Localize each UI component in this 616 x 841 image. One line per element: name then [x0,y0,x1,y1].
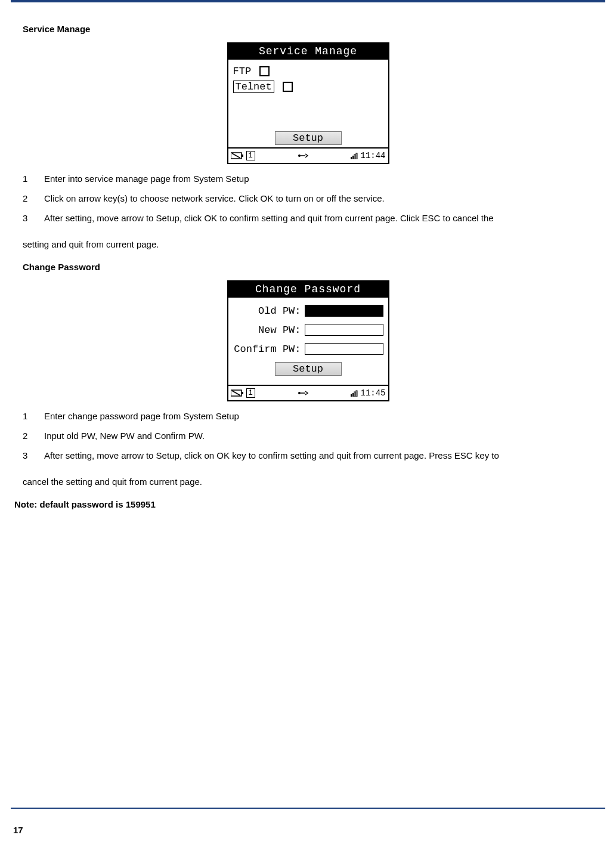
lcd-body: Old PW:New PW:Confirm PW: Setup [228,298,388,385]
svg-rect-6 [352,156,354,159]
clock-time: 11:44 [360,151,385,160]
content: Service Manage Service Manage FTPTelnet … [0,24,616,509]
page: Service Manage Service Manage FTPTelnet … [0,0,616,841]
svg-point-3 [298,154,301,157]
battery-index: 1 [246,151,255,160]
step-number: 3 [23,447,31,465]
service-row[interactable]: Telnet [233,79,383,94]
list-item: 3After setting, move arrow to Setup, cli… [23,447,593,465]
svg-rect-5 [351,157,352,159]
signal-icon [351,152,358,159]
step-text: Enter into service manage page from Syst… [44,170,593,188]
service-row[interactable]: FTP [233,63,383,79]
step-number: 1 [23,170,31,188]
battery-index: 1 [246,388,255,398]
password-row: Old PW: [233,301,383,320]
step-text: Click on arrow key(s) to choose network … [44,190,593,208]
password-field[interactable] [305,343,383,355]
top-divider [11,0,605,2]
step-text: After setting, move arrow to Setup, clic… [44,447,593,465]
field-label: Confirm PW: [234,344,301,355]
section1-steps: 1Enter into service manage page from Sys… [23,170,593,227]
setup-button[interactable]: Setup [275,362,342,376]
section1-heading: Service Manage [23,24,593,34]
link-icon [297,390,309,396]
service-label: Telnet [233,81,274,93]
signal-icon [351,389,358,397]
step-number: 2 [23,427,31,445]
setup-button[interactable]: Setup [275,131,342,145]
svg-rect-17 [356,391,357,397]
service-manage-screenshot: Service Manage FTPTelnet Setup 1 [23,42,593,164]
section2-steps: 1Enter change password page from System … [23,407,593,465]
list-item: 1Enter into service manage page from Sys… [23,170,593,188]
change-password-screenshot: Change Password Old PW:New PW:Confirm PW… [23,280,593,401]
password-row: Confirm PW: [233,339,383,358]
lcd-body: FTPTelnet Setup [228,60,388,147]
svg-rect-16 [354,392,355,397]
page-number: 17 [13,825,23,835]
default-password-note: Note: default password is 159951 [14,499,593,509]
section2-trail: cancel the setting and quit from current… [23,473,593,491]
password-field[interactable] [305,324,383,336]
battery-icon [231,152,244,159]
list-item: 3After setting, move arrow to Setup, cli… [23,209,593,227]
svg-rect-10 [242,392,243,394]
lcd-title: Service Manage [228,44,388,60]
lcd-status-bar: 1 11:44 [228,147,388,163]
clock-time: 11:45 [360,388,385,398]
svg-rect-7 [354,154,355,159]
lcd-change-password: Change Password Old PW:New PW:Confirm PW… [227,280,389,401]
lcd-status-bar: 1 11:45 [228,385,388,400]
battery-icon [231,389,244,397]
step-text: After setting, move arrow to Setup, clic… [44,209,593,227]
lcd-service-manage: Service Manage FTPTelnet Setup 1 [227,42,389,164]
checkbox[interactable] [259,66,270,76]
step-number: 3 [23,209,31,227]
step-number: 1 [23,407,31,425]
section2-heading: Change Password [23,262,593,272]
field-label: Old PW: [258,305,301,317]
svg-rect-1 [242,154,243,157]
section1-trail: setting and quit from current page. [23,236,593,253]
step-text: Enter change password page from System S… [44,407,593,425]
step-text: Input old PW, New PW and Confirm PW. [44,427,593,445]
list-item: 1Enter change password page from System … [23,407,593,425]
svg-line-2 [232,153,240,158]
link-icon [297,153,309,159]
svg-line-11 [232,391,240,395]
field-label: New PW: [258,324,301,336]
lcd-title: Change Password [228,282,388,298]
password-row: New PW: [233,320,383,339]
list-item: 2Input old PW, New PW and Confirm PW. [23,427,593,445]
svg-rect-8 [356,153,357,159]
svg-rect-14 [351,394,352,397]
checkbox[interactable] [283,82,293,92]
svg-point-12 [298,392,301,394]
service-label: FTP [233,66,252,77]
list-item: 2Click on arrow key(s) to choose network… [23,190,593,208]
bottom-divider [11,808,605,809]
step-number: 2 [23,190,31,208]
svg-rect-15 [352,393,354,397]
password-field[interactable] [305,305,383,317]
